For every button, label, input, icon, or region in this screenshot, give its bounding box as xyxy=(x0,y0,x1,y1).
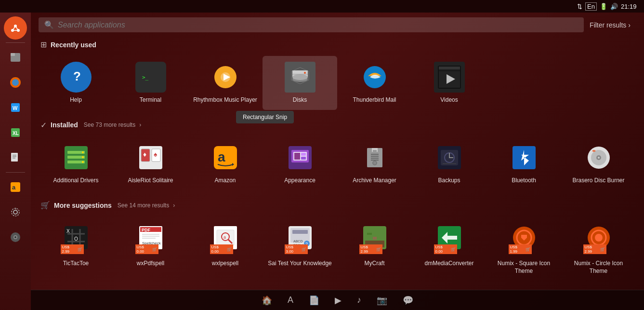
svg-rect-43 xyxy=(439,67,460,69)
clock: 21:19 xyxy=(621,3,640,10)
app-wxpdfspell[interactable]: PDF Spellcheck US$ 0.00 🛒 wxPdfspell xyxy=(113,216,188,281)
bottom-chat-icon[interactable]: 💬 xyxy=(403,295,413,306)
price-badge-sai: US$ 3.00 🛒 xyxy=(285,244,308,254)
price-badge-wxlpe: US$ 0.00 🛒 xyxy=(210,244,233,254)
installed-header: ✓ Installed See 73 more results › xyxy=(31,118,644,133)
app-wxpdfspell-label: wxPdfspell xyxy=(137,260,164,268)
app-numix-circle[interactable]: US$ 2.99 🛒 Numix - Circle Icon Theme xyxy=(561,216,636,281)
cart-icon-4: 🛒 xyxy=(302,247,306,252)
installed-grid: Additional Drivers ♦ ♠ AisleRiot Solitai… xyxy=(31,133,644,198)
app-wxlpespell-label: wxlpespell xyxy=(212,260,238,268)
app-rhythmbox[interactable]: Rhythmbox Music Player xyxy=(188,56,263,110)
svg-point-51 xyxy=(82,151,84,153)
sidebar-calc-icon[interactable]: XL xyxy=(4,121,27,144)
bottom-font-icon[interactable]: A xyxy=(288,295,293,305)
svg-rect-66 xyxy=(301,153,306,156)
more-suggestions-label: More suggestions xyxy=(54,202,112,209)
filter-results-label: Filter results xyxy=(590,21,626,29)
thunderbird-icon xyxy=(359,62,390,93)
bottom-document-icon[interactable]: 📄 xyxy=(309,295,319,306)
sidebar-libreoffice-icon[interactable]: W xyxy=(4,96,27,119)
app-thunderbird-label: Thunderbird Mail xyxy=(353,96,396,104)
ubuntu-home-button[interactable] xyxy=(4,16,27,40)
sidebar-divider-2 xyxy=(6,172,25,173)
svg-text:a: a xyxy=(12,184,16,191)
volume-icon: 🔊 xyxy=(610,3,618,10)
backups-icon xyxy=(434,142,465,173)
app-archive-manager-label: Archive Manager xyxy=(353,177,396,185)
mycraft-icon: US$ 2.99 🛒 xyxy=(359,222,390,253)
bottom-home-icon[interactable]: 🏠 xyxy=(262,295,272,306)
additional-drivers-icon xyxy=(61,142,92,173)
app-appearance[interactable]: Appearance xyxy=(263,136,337,190)
search-input[interactable] xyxy=(58,21,578,29)
recently-used-label: Recently used xyxy=(51,41,96,49)
more-suggestions-see-more[interactable]: See 14 more results xyxy=(118,202,169,209)
appearance-icon xyxy=(285,142,315,173)
svg-rect-72 xyxy=(371,154,379,155)
cart-icon-5: 🛒 xyxy=(376,247,381,252)
main-content: 🔍 Filter results › ⊞ Recently used ? Hel… xyxy=(31,13,644,310)
app-terminal[interactable]: >_ Terminal xyxy=(113,56,188,110)
price-badge-numix-sq: US$ 1.99 🛒 xyxy=(509,244,532,254)
bottom-music-icon[interactable]: ♪ xyxy=(357,295,361,305)
sidebar-text-icon[interactable] xyxy=(4,146,27,169)
svg-rect-97 xyxy=(142,234,159,235)
app-thunderbird[interactable]: Thunderbird Mail xyxy=(337,56,412,110)
svg-rect-81 xyxy=(443,163,456,164)
dmmedia-icon: US$ 0.00 🛒 xyxy=(434,222,465,253)
topbar: ⇅ En 🔋 🔊 21:19 xyxy=(0,0,644,13)
svg-rect-118 xyxy=(373,237,377,240)
app-dmmedia[interactable]: US$ 0.00 🛒 dmMediaConverter xyxy=(412,216,486,281)
app-additional-drivers[interactable]: Additional Drivers xyxy=(39,136,113,190)
svg-text:ABCD: ABCD xyxy=(293,240,302,243)
cart-icon-2: 🛒 xyxy=(152,247,157,252)
app-disks-label: Disks xyxy=(293,96,307,104)
sai-icon: ABCD EFGHIJK ? US$ 3.00 🛒 xyxy=(285,222,315,253)
price-badge-wxpdf: US$ 0.00 🛒 xyxy=(135,244,158,254)
bottom-camera-icon[interactable]: 📷 xyxy=(377,295,387,306)
svg-rect-18 xyxy=(13,158,15,159)
sidebar-settings-icon[interactable] xyxy=(4,201,27,224)
sidebar-amazon-icon[interactable]: a xyxy=(4,175,27,199)
app-tictactoe[interactable]: X O US$ 2.99 🛒 TicTacToe xyxy=(39,216,113,281)
app-mycraft[interactable]: US$ 2.99 🛒 MyCraft xyxy=(337,216,412,281)
sidebar-files-icon[interactable] xyxy=(4,46,27,69)
app-help[interactable]: ? Help xyxy=(39,56,113,110)
app-sai[interactable]: ABCD EFGHIJK ? US$ 3.00 🛒 Sai Test Your … xyxy=(263,216,337,281)
app-mycraft-label: MyCraft xyxy=(365,260,385,268)
svg-text:a: a xyxy=(218,149,225,164)
svg-rect-8 xyxy=(11,53,15,56)
svg-rect-117 xyxy=(367,233,372,235)
app-videos[interactable]: Videos xyxy=(412,56,486,110)
sidebar-disk-icon[interactable] xyxy=(4,226,27,249)
filter-results-button[interactable]: Filter results › xyxy=(584,18,636,32)
aisle-riot-icon: ♦ ♠ xyxy=(135,142,166,173)
svg-text:PDF: PDF xyxy=(142,228,151,232)
svg-rect-108 xyxy=(292,230,308,234)
app-archive-manager[interactable]: Archive Manager xyxy=(337,136,412,190)
bottom-video-icon[interactable]: ▶ xyxy=(335,295,342,306)
cart-icon-7: 🛒 xyxy=(526,247,530,252)
app-aisle-riot[interactable]: ♦ ♠ AisleRiot Solitaire xyxy=(113,136,188,190)
battery-icon: 🔋 xyxy=(600,3,607,10)
app-bluetooth[interactable]: Bluetooth xyxy=(486,136,561,190)
app-backups[interactable]: Backups xyxy=(412,136,486,190)
network-icon: ⇅ xyxy=(577,3,582,10)
wxpdfspell-icon: PDF Spellcheck US$ 0.00 🛒 xyxy=(135,222,166,253)
installed-see-more[interactable]: See 73 more results xyxy=(84,121,135,128)
svg-rect-98 xyxy=(142,236,159,237)
app-wxlpespell[interactable]: a US$ 0.00 🛒 wxlpespell xyxy=(188,216,263,281)
svg-rect-17 xyxy=(13,156,16,157)
sidebar: W XL a xyxy=(0,13,31,310)
app-amazon[interactable]: a Amazon xyxy=(188,136,263,190)
app-disks[interactable]: Disks xyxy=(263,56,337,110)
sidebar-firefox-icon[interactable] xyxy=(4,71,27,94)
app-additional-drivers-label: Additional Drivers xyxy=(53,177,98,185)
app-numix-square[interactable]: US$ 1.99 🛒 Numix - Square Icon Theme xyxy=(486,216,561,281)
app-rhythmbox-label: Rhythmbox Music Player xyxy=(193,96,257,104)
svg-text:XL: XL xyxy=(13,131,19,136)
svg-rect-74 xyxy=(371,158,379,159)
app-brasero[interactable]: Brasero Disc Burner xyxy=(561,136,636,190)
app-brasero-label: Brasero Disc Burner xyxy=(572,177,624,185)
